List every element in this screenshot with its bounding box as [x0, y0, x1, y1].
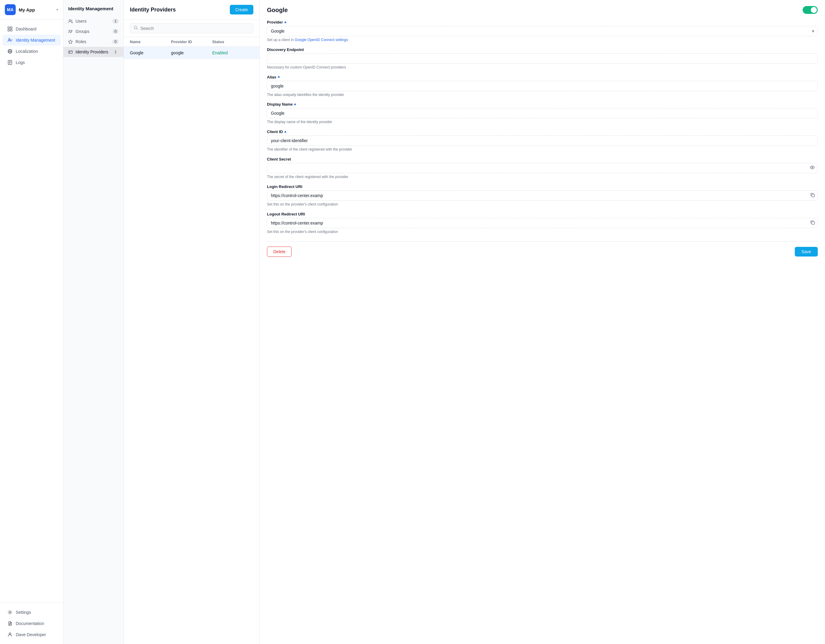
mgmt-item-roles[interactable]: Roles 0	[63, 37, 124, 47]
app-name: My App	[19, 7, 53, 12]
sidebar-item-localization-label: Localization	[16, 49, 38, 54]
provider-select[interactable]: Google	[267, 26, 818, 36]
mgmt-providers-count: 1	[112, 49, 119, 54]
login-redirect-input-wrap	[267, 190, 818, 201]
mgmt-item-users[interactable]: Users 1	[63, 16, 124, 26]
roles-icon	[68, 39, 73, 44]
mgmt-groups-label: Groups	[76, 29, 110, 34]
client-id-label: Client ID	[267, 129, 818, 134]
sidebar-nav: Dashboard Identity Management Localiza	[0, 20, 63, 602]
providers-panel: Identity Providers Create Name Provider …	[124, 0, 260, 644]
alias-field-group: Alias The alias uniquely identifies the …	[267, 75, 818, 97]
login-redirect-label: Login Redirect URI	[267, 184, 818, 189]
required-indicator	[278, 76, 280, 78]
svg-rect-3	[11, 29, 12, 31]
settings-icon	[7, 610, 13, 615]
svg-rect-2	[8, 29, 10, 31]
client-id-field-group: Client ID The identifier of the client r…	[267, 129, 818, 152]
svg-point-25	[812, 167, 813, 168]
provider-help-link[interactable]: Google OpenID Connect settings	[295, 38, 348, 42]
client-secret-label: Client Secret	[267, 157, 818, 162]
search-input[interactable]	[141, 26, 249, 31]
identity-management-title: Identity Management	[63, 6, 124, 16]
sidebar: MA My App ▾ Dashboard	[0, 0, 63, 644]
display-name-field-group: Display Name The display name of the ide…	[267, 102, 818, 125]
avatar: MA	[5, 4, 16, 15]
delete-button[interactable]: Delete	[267, 247, 292, 257]
provider-select-wrap[interactable]: Google	[267, 26, 818, 36]
providers-icon	[68, 49, 73, 54]
sidebar-item-settings[interactable]: Settings	[2, 607, 61, 618]
discovery-endpoint-label: Discovery Endpoint	[267, 48, 818, 52]
sidebar-item-logs[interactable]: Logs	[2, 57, 61, 68]
docs-icon	[7, 621, 13, 626]
config-panel: Google Provider Google Set up a client i…	[260, 0, 825, 644]
sidebar-item-localization[interactable]: Localization	[2, 46, 61, 57]
groups-icon	[68, 29, 73, 34]
logout-redirect-help: Set this on the provider's client config…	[267, 230, 818, 234]
sidebar-item-identity-management[interactable]: Identity Management	[2, 35, 61, 46]
mgmt-groups-count: 0	[112, 29, 119, 34]
col-provider-id: Provider ID	[171, 40, 212, 44]
copy-icon[interactable]	[811, 193, 815, 198]
row-name: Google	[130, 51, 171, 55]
display-name-input[interactable]	[267, 108, 818, 118]
search-icon	[134, 26, 138, 31]
sidebar-item-documentation[interactable]: Documentation	[2, 618, 61, 629]
users-icon	[68, 19, 73, 23]
svg-point-17	[69, 20, 71, 21]
col-name: Name	[130, 40, 171, 44]
discovery-endpoint-help: Necessary for custom OpenID Connect prov…	[267, 65, 818, 70]
sidebar-item-documentation-label: Documentation	[16, 621, 44, 626]
logout-redirect-input[interactable]	[267, 218, 818, 228]
localization-icon	[7, 49, 13, 54]
logout-redirect-label: Logout Redirect URI	[267, 212, 818, 216]
toggle-thumb	[811, 7, 817, 13]
save-button[interactable]: Save	[795, 247, 818, 257]
config-footer: Delete Save	[267, 242, 818, 257]
discovery-endpoint-input[interactable]	[267, 54, 818, 64]
login-redirect-field-group: Login Redirect URI Set this on the provi…	[267, 184, 818, 207]
row-provider-id: google	[171, 51, 212, 55]
mgmt-roles-label: Roles	[76, 39, 110, 44]
client-secret-help: The secret of the client registered with…	[267, 174, 818, 180]
alias-input[interactable]	[267, 81, 818, 91]
sidebar-item-logs-label: Logs	[16, 60, 25, 65]
providers-title: Identity Providers	[130, 7, 176, 13]
logout-redirect-input-wrap	[267, 218, 818, 228]
client-id-input[interactable]	[267, 136, 818, 146]
sidebar-item-settings-label: Settings	[16, 610, 31, 615]
table-header: Name Provider ID Status	[124, 37, 260, 47]
sidebar-item-user[interactable]: Dave Developer	[2, 629, 61, 640]
search-input-wrap[interactable]	[130, 23, 253, 33]
providers-header: Identity Providers Create	[124, 0, 260, 20]
config-title: Google	[267, 7, 288, 14]
mgmt-providers-label: Identity Providers	[76, 49, 110, 54]
display-name-label: Display Name	[267, 102, 818, 106]
create-button[interactable]: Create	[230, 5, 253, 14]
sidebar-footer: Settings Documentation Dave	[0, 602, 63, 644]
provider-field-group: Provider Google Set up a client in Googl…	[267, 20, 818, 43]
svg-rect-1	[11, 27, 12, 29]
table-row[interactable]: Google google Enabled	[124, 47, 260, 59]
alias-help: The alias uniquely identifies the identi…	[267, 92, 818, 97]
client-id-help: The identifier of the client registered …	[267, 147, 818, 152]
app-switcher[interactable]: MA My App ▾	[0, 0, 63, 20]
sidebar-item-dashboard[interactable]: Dashboard	[2, 23, 61, 34]
client-secret-input[interactable]	[267, 163, 818, 173]
row-status: Enabled	[212, 51, 253, 55]
col-status: Status	[212, 40, 253, 44]
svg-point-4	[9, 39, 10, 40]
logs-icon	[7, 60, 13, 65]
svg-rect-26	[812, 194, 814, 197]
mgmt-users-label: Users	[76, 19, 110, 23]
mgmt-item-identity-providers[interactable]: Identity Providers 1	[63, 47, 124, 57]
svg-point-16	[9, 633, 11, 635]
eye-icon[interactable]	[810, 165, 815, 171]
mgmt-item-groups[interactable]: Groups 0	[63, 26, 124, 37]
copy-icon-logout[interactable]	[811, 220, 815, 225]
discovery-endpoint-field-group: Discovery Endpoint Necessary for custom …	[267, 48, 818, 70]
enable-toggle[interactable]	[803, 6, 818, 14]
mgmt-users-count: 1	[112, 19, 119, 23]
login-redirect-input[interactable]	[267, 190, 818, 201]
